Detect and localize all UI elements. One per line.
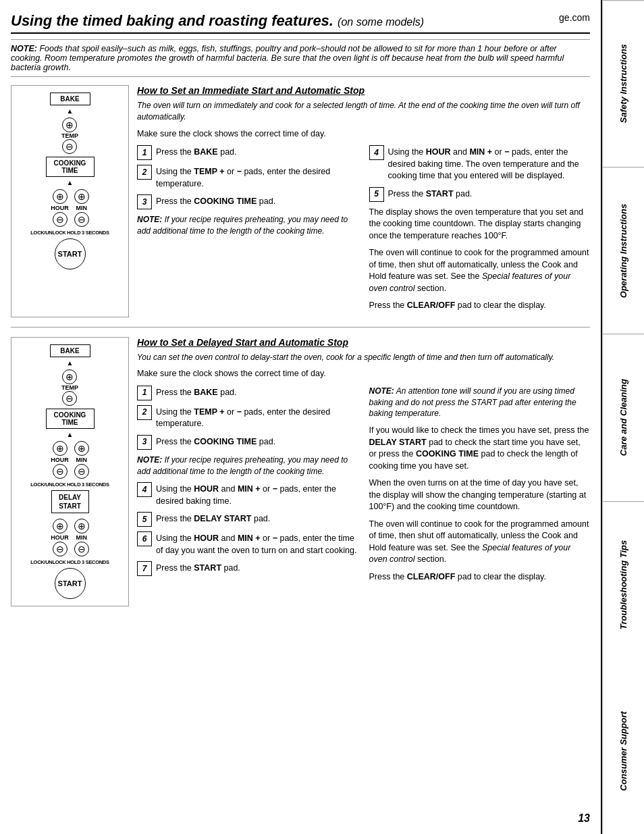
sidebar: Safety Instructions Operating Instructio… (602, 0, 644, 834)
section1-steps: 1 Press the BAKE pad. 2 Using the TEMP +… (137, 145, 590, 317)
min-dial-2: ⊕ MIN ⊖ (74, 441, 89, 479)
section2-steps-right: NOTE: An attention tone will sound if yo… (369, 386, 591, 588)
step-2-2: 2 Using the TEMP + or − pads, enter the … (137, 405, 358, 430)
step-1-2: 2 Using the TEMP + or − pads, enter the … (137, 165, 358, 190)
start-btn-2: START (55, 568, 86, 599)
oven-diagram-2: BAKE ▲ ⊕ TEMP ⊖ COOKINGTIME ▲ ⊕ HOUR ⊖ (11, 337, 129, 606)
delay-start-btn: DELAYSTART (51, 490, 89, 513)
section2-para4: Press the CLEAR/OFF pad to clear the dis… (369, 571, 591, 583)
hour-min-group-1: ⊕ HOUR ⊖ ⊕ MIN ⊖ (51, 189, 89, 227)
section2-make-sure: Make sure the clock shows the correct ti… (137, 368, 590, 380)
lock-label-1: LOCK/UNLOCK HOLD 3 SECONDS (30, 230, 109, 236)
subtitle-text: (on some models) (338, 16, 424, 28)
step-2-3: 3 Press the COOKING TIME pad. (137, 435, 358, 450)
section2-para1: If you would like to check the times you… (369, 425, 591, 472)
section1-note: NOTE: If your recipe requires preheating… (137, 214, 358, 237)
section1-make-sure: Make sure the clock shows the correct ti… (137, 128, 590, 140)
sidebar-safety: Safety Instructions (603, 0, 644, 167)
temp-group-1: ⊕ TEMP ⊖ (61, 118, 78, 154)
section1-para1: The display shows the oven temperature t… (369, 207, 591, 242)
section1-heading: How to Set an Immediate Start and Automa… (137, 85, 590, 96)
section2-para3: The oven will continue to cook for the p… (369, 519, 591, 566)
section1-intro: The oven will turn on immediately and co… (137, 100, 590, 123)
sidebar-care: Care and Cleaning (603, 334, 644, 500)
sidebar-operating: Operating Instructions (603, 167, 644, 334)
cooking-time-btn-2: COOKINGTIME (46, 409, 95, 429)
temp-group-2: ⊕ TEMP ⊖ (61, 369, 78, 406)
note-label: NOTE: (11, 44, 37, 53)
section1-para2: The oven will continue to cook for the p… (369, 247, 591, 294)
section1-instructions: How to Set an Immediate Start and Automa… (137, 85, 590, 317)
section2-intro: You can set the oven control to delay-st… (137, 352, 590, 363)
step-1-1: 1 Press the BAKE pad. (137, 145, 358, 160)
section-delayed-start: BAKE ▲ ⊕ TEMP ⊖ COOKINGTIME ▲ ⊕ HOUR ⊖ (11, 337, 590, 616)
section2-note: NOTE: If your recipe requires preheating… (137, 454, 358, 477)
note-text: Foods that spoil easily–such as milk, eg… (11, 44, 564, 72)
min-dial-1: ⊕ MIN ⊖ (74, 189, 89, 227)
section1-steps-left: 1 Press the BAKE pad. 2 Using the TEMP +… (137, 145, 358, 317)
section2-steps: 1 Press the BAKE pad. 2 Using the TEMP +… (137, 386, 590, 588)
hour-dial-2: ⊕ HOUR ⊖ (51, 441, 69, 479)
section1-para3: Press the CLEAR/OFF pad to clear the dis… (369, 300, 591, 312)
bake-btn-1: BAKE (50, 93, 90, 105)
page-title: ge.com Using the timed baking and roasti… (11, 12, 590, 34)
temp-up-btn-2: ⊕ (62, 369, 77, 384)
temp-up-btn: ⊕ (62, 118, 77, 132)
top-note: NOTE: Foods that spoil easily–such as mi… (11, 39, 590, 77)
section2-para2: When the oven turns on at the time of da… (369, 477, 591, 513)
sidebar-troubleshooting: Troubleshooting Tips (603, 501, 644, 668)
hour-dial-3: ⊕ HOUR ⊖ (51, 519, 69, 556)
temp-down-btn: ⊖ (62, 139, 77, 154)
section1-steps-right: 4 Using the HOUR and MIN + or − pads, en… (369, 145, 591, 317)
page-number: 13 (578, 812, 590, 825)
step-1-5: 5 Press the START pad. (369, 187, 591, 202)
bake-arrow: ▲ (67, 108, 74, 115)
section2-heading: How to Set a Delayed Start and Automatic… (137, 337, 590, 348)
hour-min-group-3: ⊕ HOUR ⊖ ⊕ MIN ⊖ (51, 519, 89, 556)
section-immediate-start: BAKE ▲ ⊕ TEMP ⊖ COOKINGTIME ▲ ⊕ HOUR ⊖ (11, 85, 590, 328)
section2-note-right: NOTE: An attention tone will sound if yo… (369, 386, 591, 419)
step-2-7: 7 Press the START pad. (137, 561, 358, 576)
section2-instructions: How to Set a Delayed Start and Automatic… (137, 337, 590, 606)
step-1-3: 3 Press the COOKING TIME pad. (137, 194, 358, 209)
min-dial-3: ⊕ MIN ⊖ (74, 519, 89, 556)
temp-down-btn-2: ⊖ (62, 391, 77, 406)
section2-steps-left: 1 Press the BAKE pad. 2 Using the TEMP +… (137, 386, 358, 588)
cooking-time-btn-1: COOKINGTIME (46, 157, 95, 177)
step-2-4: 4 Using the HOUR and MIN + or − pads, en… (137, 482, 358, 507)
step-2-1: 1 Press the BAKE pad. (137, 386, 358, 400)
lock-label-3: LOCK/UNLOCK HOLD 3 SECONDS (30, 559, 109, 565)
step-2-6: 6 Using the HOUR and MIN + or − pads, en… (137, 531, 358, 556)
hour-min-group-2: ⊕ HOUR ⊖ ⊕ MIN ⊖ (51, 441, 89, 479)
title-text: Using the timed baking and roasting feat… (11, 12, 333, 29)
bake-btn-2: BAKE (50, 344, 90, 357)
oven-diagram-1: BAKE ▲ ⊕ TEMP ⊖ COOKINGTIME ▲ ⊕ HOUR ⊖ (11, 85, 129, 317)
step-1-4: 4 Using the HOUR and MIN + or − pads, en… (369, 145, 591, 182)
lock-label-2: LOCK/UNLOCK HOLD 3 SECONDS (30, 481, 109, 488)
step-2-5: 5 Press the DELAY START pad. (137, 512, 358, 527)
sidebar-consumer: Consumer Support (603, 668, 644, 834)
hour-dial-1: ⊕ HOUR ⊖ (51, 189, 69, 227)
start-btn-1: START (55, 238, 86, 269)
ge-com-link: ge.com (559, 12, 590, 23)
